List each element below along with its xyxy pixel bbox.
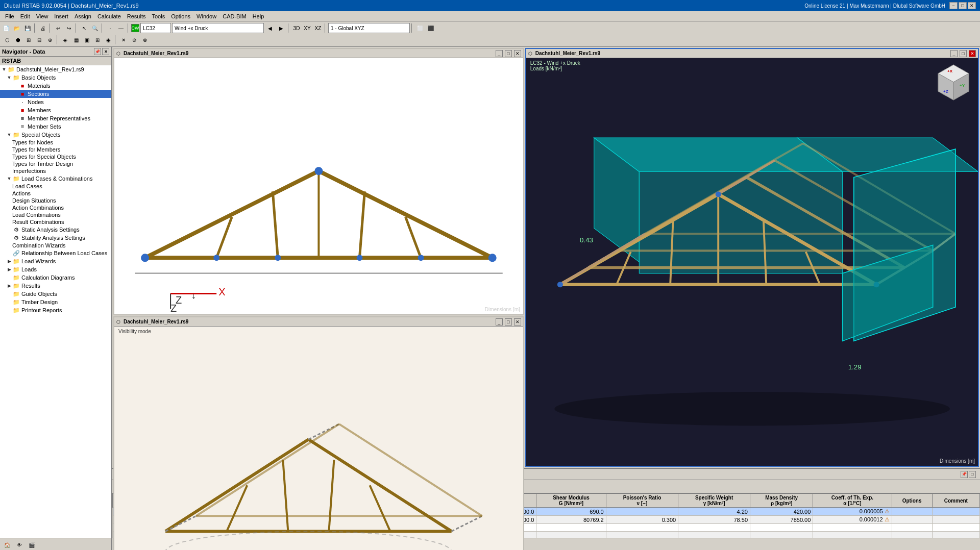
tree-member-representatives[interactable]: ≡ Member Representatives — [0, 114, 111, 122]
tree-stability-analysis[interactable]: ⚙ Stability Analysis Settings — [0, 234, 111, 242]
vp-bl-close[interactable]: ✕ — [514, 318, 521, 326]
nav-bottom-icon1[interactable]: 🏠 — [2, 540, 12, 551]
vp-3d-close[interactable]: ✕ — [969, 50, 976, 57]
menu-tools[interactable]: Tools — [149, 12, 168, 20]
vp-3d-max[interactable]: □ — [960, 50, 967, 57]
tree-types-members[interactable]: Types for Members — [0, 146, 111, 153]
tree-special-objects[interactable]: ▼ 📁 Special Objects — [0, 131, 111, 139]
tb-print[interactable]: 🖨 — [38, 23, 48, 33]
tb2-2[interactable]: ⬢ — [13, 35, 23, 45]
vp-bl-min[interactable]: _ — [496, 318, 503, 326]
viewport-3d-right[interactable]: ⬡ Dachstuhl_Meier_Rev1.rs9 _ □ ✕ LC32 - … — [525, 48, 979, 467]
tb-render[interactable]: ⬜ — [415, 23, 425, 33]
tb-view1[interactable]: 3D — [291, 23, 302, 33]
tree-load-cases[interactable]: Load Cases — [0, 183, 111, 190]
tree-calc-diagrams[interactable]: 📁 Calculation Diagrams — [0, 273, 111, 282]
tree-load-wizards[interactable]: ▶ 📁 Load Wizards — [0, 257, 111, 265]
viewport-top-left[interactable]: ⬡ Dachstuhl_Meier_Rev1.rs9 _ □ ✕ — [113, 48, 524, 315]
menu-calculate[interactable]: Calculate — [94, 12, 124, 20]
viewport-bottom-left[interactable]: ⬡ Dachstuhl_Meier_Rev1.rs9 _ □ ✕ Visibil… — [113, 316, 524, 550]
tree-result-combinations[interactable]: Result Combinations — [0, 218, 111, 226]
tree-combination-wizards[interactable]: Combination Wizards — [0, 242, 111, 249]
menu-edit[interactable]: Edit — [17, 12, 33, 20]
tb2-7[interactable]: ▦ — [71, 35, 81, 45]
tree-load-combinations[interactable]: Load Combinations — [0, 211, 111, 218]
tb-open[interactable]: 📂 — [12, 23, 22, 33]
tb-node[interactable]: · — [105, 23, 115, 33]
tb-prev-lc[interactable]: ◀ — [265, 23, 275, 33]
close-button[interactable]: ✕ — [968, 2, 976, 9]
tb-zoom[interactable]: 🔍 — [90, 23, 100, 33]
title-bar-text: Dlubal RSTAB 9.02.0054 | Dachstuhl_Meier… — [4, 3, 139, 9]
tb-next-lc[interactable]: ▶ — [276, 23, 286, 33]
tb-save[interactable]: 💾 — [22, 23, 33, 33]
nav-pin-button[interactable]: 📌 — [94, 48, 101, 55]
menu-file[interactable]: File — [2, 12, 17, 20]
menu-cad-bim[interactable]: CAD-BIM — [219, 12, 249, 20]
menu-help[interactable]: Help — [250, 12, 267, 20]
tree-nodes[interactable]: · Nodes — [0, 98, 111, 106]
tree-members[interactable]: ■ Members — [0, 106, 111, 114]
bottom-panel-pin[interactable]: 📌 — [961, 471, 968, 478]
menu-insert[interactable]: Insert — [51, 12, 71, 20]
tb2-10[interactable]: ◉ — [103, 35, 113, 45]
tree-relationship-load-cases[interactable]: 🔗 Relationship Between Load Cases — [0, 249, 111, 257]
tree-types-timber[interactable]: Types for Timber Design — [0, 160, 111, 167]
tree-timber-design[interactable]: 📁 Timber Design — [0, 298, 111, 306]
tb-view2[interactable]: XY — [302, 23, 312, 33]
tree-actions[interactable]: Actions — [0, 190, 111, 197]
nav-bottom-icon3[interactable]: 🎬 — [27, 540, 37, 551]
vp-3d-min[interactable]: _ — [950, 50, 958, 57]
tree-design-situations[interactable]: Design Situations — [0, 197, 111, 204]
vp-bl-max[interactable]: □ — [505, 318, 512, 326]
tree-types-special[interactable]: Types for Special Objects — [0, 153, 111, 160]
menu-results[interactable]: Results — [124, 12, 149, 20]
bottom-panel-expand[interactable]: □ — [969, 471, 976, 478]
tree-printout-reports[interactable]: 📁 Printout Reports — [0, 306, 111, 314]
tb-new[interactable]: 📄 — [1, 23, 11, 33]
tree-action-combinations[interactable]: Action Combinations — [0, 204, 111, 211]
minimize-button[interactable]: − — [949, 2, 958, 9]
tb2-4[interactable]: ⊟ — [34, 35, 44, 45]
tb-select[interactable]: ↖ — [79, 23, 89, 33]
tree-results[interactable]: ▶ 📁 Results — [0, 282, 111, 290]
tb2-11[interactable]: ✕ — [118, 35, 129, 45]
tree-static-analysis[interactable]: ⚙ Static Analysis Settings — [0, 226, 111, 234]
tree-project-root[interactable]: ▼ 📁 Dachstuhl_Meier_Rev1.rs9 — [0, 65, 111, 73]
tree-member-sets[interactable]: ≡ Member Sets — [0, 122, 111, 131]
vp-tl-max[interactable]: □ — [505, 50, 512, 57]
tb2-1[interactable]: ⬡ — [2, 35, 12, 45]
vp-tl-min[interactable]: _ — [496, 50, 503, 57]
tb-undo[interactable]: ↩ — [53, 23, 63, 33]
lc-code-dropdown[interactable]: LC32 — [140, 23, 171, 33]
tb2-6[interactable]: ◈ — [60, 35, 70, 45]
tree-load-cases-combo[interactable]: ▼ 📁 Load Cases & Combinations — [0, 174, 111, 183]
tb2-12[interactable]: ⊘ — [129, 35, 139, 45]
view-coord-dropdown[interactable]: 1 - Global XYZ — [328, 23, 410, 33]
menu-assign[interactable]: Assign — [71, 12, 94, 20]
menu-view[interactable]: View — [33, 12, 52, 20]
tree-sections[interactable]: ■ Sections — [0, 90, 111, 98]
lc-name-dropdown[interactable]: Wind +x Druck — [172, 23, 264, 33]
menu-options[interactable]: Options — [168, 12, 193, 20]
nav-close-button[interactable]: ✕ — [102, 48, 109, 55]
tb2-9[interactable]: ⊞ — [92, 35, 103, 45]
tree-imperfections[interactable]: Imperfections — [0, 167, 111, 174]
tb2-3[interactable]: ⊞ — [23, 35, 34, 45]
tree-loads[interactable]: ▶ 📁 Loads — [0, 265, 111, 273]
tree-basic-objects[interactable]: ▼ 📁 Basic Objects — [0, 73, 111, 82]
nav-bottom-icon2[interactable]: 👁 — [14, 540, 24, 551]
vp-tl-close[interactable]: ✕ — [514, 50, 521, 57]
tree-materials[interactable]: ■ Materials — [0, 82, 111, 90]
menu-window[interactable]: Window — [193, 12, 219, 20]
tb2-5[interactable]: ⊕ — [45, 35, 55, 45]
tree-types-nodes[interactable]: Types for Nodes — [0, 139, 111, 146]
tb-member[interactable]: — — [116, 23, 126, 33]
tb2-13[interactable]: ⊗ — [140, 35, 150, 45]
tree-guide-objects[interactable]: 📁 Guide Objects — [0, 290, 111, 298]
tb-wire[interactable]: ⬛ — [426, 23, 436, 33]
tb-redo[interactable]: ↪ — [64, 23, 74, 33]
tb2-8[interactable]: ▣ — [82, 35, 92, 45]
tb-view3[interactable]: XZ — [313, 23, 323, 33]
maximize-button[interactable]: □ — [959, 2, 967, 9]
